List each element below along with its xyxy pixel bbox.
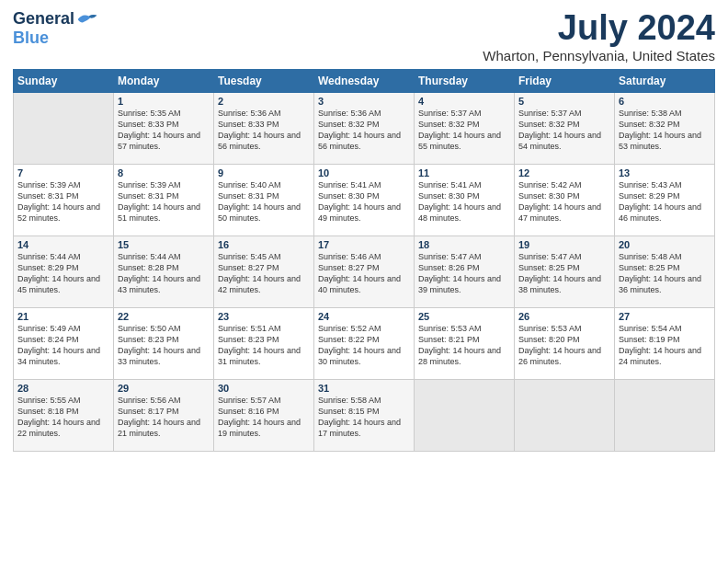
cell-info: Sunrise: 5:52 AMSunset: 8:22 PMDaylight:… <box>318 323 410 368</box>
header-wednesday: Wednesday <box>314 69 415 92</box>
table-row: 16Sunrise: 5:45 AMSunset: 8:27 PMDayligh… <box>214 236 314 307</box>
cell-info: Sunrise: 5:44 AMSunset: 8:29 PMDaylight:… <box>17 251 109 296</box>
table-row: 8Sunrise: 5:39 AMSunset: 8:31 PMDaylight… <box>114 164 214 236</box>
cell-info: Sunrise: 5:36 AMSunset: 8:32 PMDaylight:… <box>318 108 410 153</box>
day-number: 19 <box>518 239 610 250</box>
table-row <box>14 92 114 164</box>
header-monday: Monday <box>114 69 214 92</box>
cell-info: Sunrise: 5:39 AMSunset: 8:31 PMDaylight:… <box>118 179 210 224</box>
table-row: 17Sunrise: 5:46 AMSunset: 8:27 PMDayligh… <box>314 236 415 307</box>
cell-info: Sunrise: 5:44 AMSunset: 8:28 PMDaylight:… <box>118 251 210 296</box>
logo-general-text: General <box>13 9 74 29</box>
table-row: 18Sunrise: 5:47 AMSunset: 8:26 PMDayligh… <box>415 236 515 307</box>
table-row: 10Sunrise: 5:41 AMSunset: 8:30 PMDayligh… <box>314 164 415 236</box>
cell-info: Sunrise: 5:41 AMSunset: 8:30 PMDaylight:… <box>418 179 510 224</box>
day-number: 10 <box>318 167 410 178</box>
day-number: 23 <box>218 311 310 322</box>
table-row: 31Sunrise: 5:58 AMSunset: 8:15 PMDayligh… <box>314 379 415 451</box>
table-row: 5Sunrise: 5:37 AMSunset: 8:32 PMDaylight… <box>515 92 615 164</box>
cell-info: Sunrise: 5:45 AMSunset: 8:27 PMDaylight:… <box>218 251 310 296</box>
day-number: 11 <box>418 167 510 178</box>
day-number: 31 <box>318 383 410 394</box>
cell-info: Sunrise: 5:51 AMSunset: 8:23 PMDaylight:… <box>218 323 310 368</box>
table-row: 19Sunrise: 5:47 AMSunset: 8:25 PMDayligh… <box>515 236 615 307</box>
day-number: 8 <box>118 167 210 178</box>
calendar-week-row: 7Sunrise: 5:39 AMSunset: 8:31 PMDaylight… <box>14 164 715 236</box>
table-row: 21Sunrise: 5:49 AMSunset: 8:24 PMDayligh… <box>14 307 114 379</box>
calendar-week-row: 28Sunrise: 5:55 AMSunset: 8:18 PMDayligh… <box>14 379 715 451</box>
cell-info: Sunrise: 5:57 AMSunset: 8:16 PMDaylight:… <box>218 395 310 440</box>
month-title: July 2024 <box>483 9 715 48</box>
day-number: 3 <box>318 96 410 107</box>
table-row: 6Sunrise: 5:38 AMSunset: 8:32 PMDaylight… <box>615 92 715 164</box>
table-row <box>515 379 615 451</box>
header: General Blue July 2024 Wharton, Pennsylv… <box>13 9 715 63</box>
day-number: 28 <box>17 383 109 394</box>
calendar-header-row: Sunday Monday Tuesday Wednesday Thursday… <box>14 69 715 92</box>
cell-info: Sunrise: 5:39 AMSunset: 8:31 PMDaylight:… <box>17 179 109 224</box>
cell-info: Sunrise: 5:37 AMSunset: 8:32 PMDaylight:… <box>518 108 610 153</box>
day-number: 24 <box>318 311 410 322</box>
day-number: 22 <box>118 311 210 322</box>
day-number: 12 <box>518 167 610 178</box>
title-area: July 2024 Wharton, Pennsylvania, United … <box>483 9 715 63</box>
day-number: 15 <box>118 239 210 250</box>
table-row: 7Sunrise: 5:39 AMSunset: 8:31 PMDaylight… <box>14 164 114 236</box>
day-number: 4 <box>418 96 510 107</box>
cell-info: Sunrise: 5:54 AMSunset: 8:19 PMDaylight:… <box>619 323 711 368</box>
calendar-table: Sunday Monday Tuesday Wednesday Thursday… <box>13 69 715 452</box>
day-number: 26 <box>518 311 610 322</box>
table-row: 9Sunrise: 5:40 AMSunset: 8:31 PMDaylight… <box>214 164 314 236</box>
location-text: Wharton, Pennsylvania, United States <box>483 48 715 63</box>
day-number: 25 <box>418 311 510 322</box>
day-number: 7 <box>17 167 109 178</box>
table-row: 28Sunrise: 5:55 AMSunset: 8:18 PMDayligh… <box>14 379 114 451</box>
cell-info: Sunrise: 5:50 AMSunset: 8:23 PMDaylight:… <box>118 323 210 368</box>
table-row: 26Sunrise: 5:53 AMSunset: 8:20 PMDayligh… <box>515 307 615 379</box>
day-number: 20 <box>619 239 711 250</box>
table-row: 4Sunrise: 5:37 AMSunset: 8:32 PMDaylight… <box>415 92 515 164</box>
cell-info: Sunrise: 5:46 AMSunset: 8:27 PMDaylight:… <box>318 251 410 296</box>
table-row: 27Sunrise: 5:54 AMSunset: 8:19 PMDayligh… <box>615 307 715 379</box>
cell-info: Sunrise: 5:55 AMSunset: 8:18 PMDaylight:… <box>17 395 109 440</box>
header-friday: Friday <box>515 69 615 92</box>
table-row: 2Sunrise: 5:36 AMSunset: 8:33 PMDaylight… <box>214 92 314 164</box>
cell-info: Sunrise: 5:43 AMSunset: 8:29 PMDaylight:… <box>619 179 711 224</box>
table-row: 30Sunrise: 5:57 AMSunset: 8:16 PMDayligh… <box>214 379 314 451</box>
table-row: 20Sunrise: 5:48 AMSunset: 8:25 PMDayligh… <box>615 236 715 307</box>
day-number: 30 <box>218 383 310 394</box>
day-number: 21 <box>17 311 109 322</box>
day-number: 16 <box>218 239 310 250</box>
header-saturday: Saturday <box>615 69 715 92</box>
day-number: 2 <box>218 96 310 107</box>
day-number: 29 <box>118 383 210 394</box>
cell-info: Sunrise: 5:42 AMSunset: 8:30 PMDaylight:… <box>518 179 610 224</box>
logo-blue-text: Blue <box>13 29 49 47</box>
table-row <box>615 379 715 451</box>
table-row: 24Sunrise: 5:52 AMSunset: 8:22 PMDayligh… <box>314 307 415 379</box>
calendar-week-row: 14Sunrise: 5:44 AMSunset: 8:29 PMDayligh… <box>14 236 715 307</box>
table-row: 12Sunrise: 5:42 AMSunset: 8:30 PMDayligh… <box>515 164 615 236</box>
header-tuesday: Tuesday <box>214 69 314 92</box>
day-number: 5 <box>518 96 610 107</box>
cell-info: Sunrise: 5:38 AMSunset: 8:32 PMDaylight:… <box>619 108 711 153</box>
table-row: 25Sunrise: 5:53 AMSunset: 8:21 PMDayligh… <box>415 307 515 379</box>
table-row: 14Sunrise: 5:44 AMSunset: 8:29 PMDayligh… <box>14 236 114 307</box>
day-number: 17 <box>318 239 410 250</box>
day-number: 27 <box>619 311 711 322</box>
cell-info: Sunrise: 5:47 AMSunset: 8:26 PMDaylight:… <box>418 251 510 296</box>
cell-info: Sunrise: 5:49 AMSunset: 8:24 PMDaylight:… <box>17 323 109 368</box>
table-row: 13Sunrise: 5:43 AMSunset: 8:29 PMDayligh… <box>615 164 715 236</box>
cell-info: Sunrise: 5:35 AMSunset: 8:33 PMDaylight:… <box>118 108 210 153</box>
table-row: 23Sunrise: 5:51 AMSunset: 8:23 PMDayligh… <box>214 307 314 379</box>
table-row: 1Sunrise: 5:35 AMSunset: 8:33 PMDaylight… <box>114 92 214 164</box>
cell-info: Sunrise: 5:58 AMSunset: 8:15 PMDaylight:… <box>318 395 410 440</box>
main-container: General Blue July 2024 Wharton, Pennsylv… <box>0 0 728 459</box>
cell-info: Sunrise: 5:53 AMSunset: 8:21 PMDaylight:… <box>418 323 510 368</box>
day-number: 9 <box>218 167 310 178</box>
cell-info: Sunrise: 5:48 AMSunset: 8:25 PMDaylight:… <box>619 251 711 296</box>
logo: General Blue <box>13 9 98 48</box>
calendar-week-row: 1Sunrise: 5:35 AMSunset: 8:33 PMDaylight… <box>14 92 715 164</box>
cell-info: Sunrise: 5:36 AMSunset: 8:33 PMDaylight:… <box>218 108 310 153</box>
cell-info: Sunrise: 5:41 AMSunset: 8:30 PMDaylight:… <box>318 179 410 224</box>
